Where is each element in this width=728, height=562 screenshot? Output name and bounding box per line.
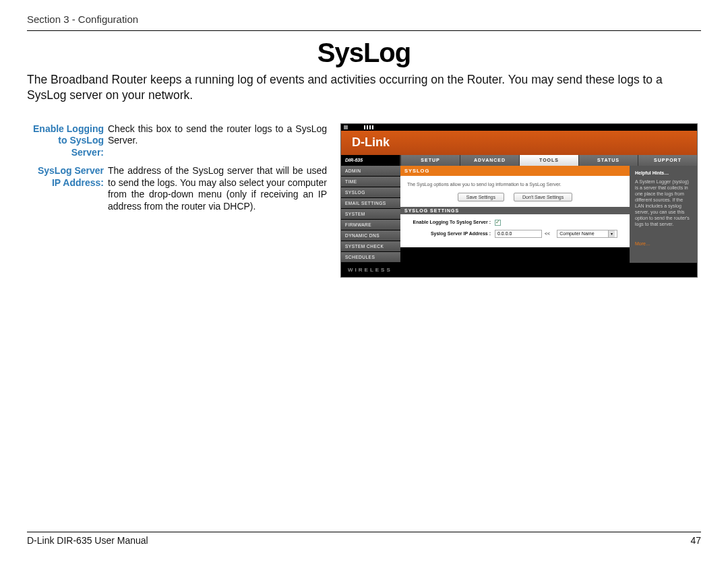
window-chrome (341, 124, 697, 131)
sidebar-item-admin[interactable]: ADMIN (341, 166, 400, 177)
computer-select-value: Computer Name (559, 231, 594, 236)
definitions-column: Enable Logging to SysLog Server: Check t… (27, 123, 327, 220)
ip-address-input[interactable]: 0.0.0.0 (495, 230, 542, 238)
sidebar-item-syslog[interactable]: SYSLOG (341, 187, 400, 198)
sidebar-item-time[interactable]: TIME (341, 177, 400, 187)
sidebar-item-firmware[interactable]: FIRMWARE (341, 220, 400, 230)
router-footer: WIRELESS (341, 263, 697, 277)
definition-term: SysLog Server IP Address: (27, 165, 108, 212)
sidebar-item-schedules[interactable]: SCHEDULES (341, 252, 400, 263)
tab-support[interactable]: SUPPORT (638, 155, 697, 166)
enable-logging-checkbox[interactable] (495, 220, 501, 226)
sidebar-item-system[interactable]: SYSTEM (341, 209, 400, 220)
section-header: Section 3 - Configuration (27, 13, 701, 31)
chevron-down-icon: ▾ (608, 230, 615, 237)
panel-title: SYSLOG (400, 166, 630, 176)
tab-setup[interactable]: SETUP (400, 155, 460, 166)
page-footer: D-Link DIR-635 User Manual 47 (27, 532, 701, 546)
definition-row: Enable Logging to SysLog Server: Check t… (27, 123, 327, 159)
separator-label: << (545, 231, 550, 236)
page-title: SysLog (27, 38, 701, 68)
definition-description: Check this box to send the router logs t… (108, 123, 327, 159)
settings-section-header: SYSLOG SETTINGS (400, 207, 630, 214)
sidebar-item-ddns[interactable]: DYNAMIC DNS (341, 230, 400, 241)
hints-title: Helpful Hints… (635, 170, 692, 176)
sidebar: ADMIN TIME SYSLOG EMAIL SETTINGS SYSTEM … (341, 166, 400, 263)
sidebar-item-systemcheck[interactable]: SYSTEM CHECK (341, 241, 400, 252)
panel-description: The SysLog options allow you to send log… (407, 181, 623, 187)
dont-save-button[interactable]: Don't Save Settings (514, 193, 572, 201)
brand-logo: D-Link (352, 135, 390, 150)
brand-banner: D-Link (341, 131, 697, 155)
footer-page-number: 47 (690, 535, 701, 546)
hints-body: A System Logger (syslog) is a server tha… (635, 179, 692, 228)
main-tabs: DIR-635 SETUP ADVANCED TOOLS STATUS SUPP… (341, 155, 697, 166)
sidebar-item-email[interactable]: EMAIL SETTINGS (341, 198, 400, 209)
hints-panel: Helpful Hints… A System Logger (syslog) … (630, 166, 697, 263)
ip-address-label: Syslog Server IP Address : (407, 231, 495, 237)
tab-advanced[interactable]: ADVANCED (460, 155, 519, 166)
enable-logging-label: Enable Logging To Syslog Server : (407, 220, 495, 225)
definition-description: The address of the SysLog server that wi… (108, 165, 327, 212)
footer-left: D-Link DIR-635 User Manual (27, 535, 148, 546)
center-panel: SYSLOG The SysLog options allow you to s… (400, 166, 630, 263)
hints-more-link[interactable]: More… (635, 241, 692, 247)
tab-tools[interactable]: TOOLS (519, 155, 578, 166)
definition-term: Enable Logging to SysLog Server: (27, 123, 108, 159)
definition-row: SysLog Server IP Address: The address of… (27, 165, 327, 212)
computer-select[interactable]: Computer Name ▾ (557, 230, 617, 238)
intro-paragraph: The Broadband Router keeps a running log… (27, 72, 701, 103)
router-screenshot: D-Link DIR-635 SETUP ADVANCED TOOLS STAT… (340, 123, 698, 278)
save-button[interactable]: Save Settings (458, 193, 504, 201)
model-label: DIR-635 (341, 155, 400, 166)
tab-status[interactable]: STATUS (578, 155, 638, 166)
